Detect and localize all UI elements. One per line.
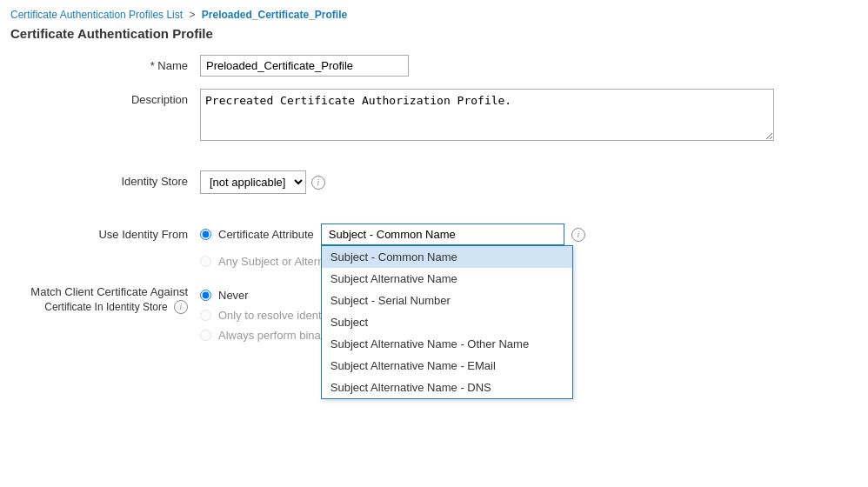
- radio-options: Certificate Attribute Subject - Common N…: [200, 223, 585, 268]
- description-row: Description Precreated Certificate Autho…: [26, 89, 842, 141]
- name-label: * Name: [26, 55, 200, 72]
- always-radio[interactable]: [200, 330, 211, 341]
- page-title: Certificate Authentication Profile: [0, 24, 868, 55]
- match-label: Match Client Certificate Against Certifi…: [26, 285, 200, 314]
- description-label: Description: [26, 89, 200, 106]
- cert-attribute-label: Certificate Attribute: [218, 228, 314, 241]
- use-identity-from-label: Use Identity From: [26, 223, 200, 241]
- description-textarea[interactable]: Precreated Certificate Authorization Pro…: [200, 89, 774, 141]
- breadcrumb-separator: >: [189, 9, 195, 21]
- match-label-line2: Certificate In Identity Store i: [26, 300, 188, 314]
- cert-attribute-row: Certificate Attribute Subject - Common N…: [200, 223, 585, 245]
- use-identity-from-section: Use Identity From Certificate Attribute …: [26, 223, 842, 268]
- identity-store-info-icon[interactable]: i: [311, 176, 325, 190]
- dropdown-item-4[interactable]: Subject Alternative Name - Other Name: [322, 333, 572, 355]
- dropdown-item-2[interactable]: Subject - Serial Number: [322, 290, 572, 311]
- identity-store-field: [not applicable] i: [200, 170, 842, 194]
- cert-attribute-radio[interactable]: [200, 229, 211, 240]
- only-radio[interactable]: [200, 310, 211, 321]
- any-subject-radio[interactable]: [200, 256, 211, 267]
- dropdown-item-6[interactable]: Subject Alternative Name - DNS: [322, 377, 572, 398]
- name-row: * Name: [26, 55, 842, 77]
- form-container: * Name Description Precreated Certificat…: [0, 55, 868, 342]
- cert-attribute-info-icon[interactable]: i: [571, 228, 585, 242]
- breadcrumb: Certificate Authentication Profiles List…: [0, 0, 868, 24]
- breadcrumb-current: Preloaded_Certificate_Profile: [202, 9, 347, 21]
- never-radio[interactable]: [200, 290, 211, 301]
- breadcrumb-list-link[interactable]: Certificate Authentication Profiles List: [10, 9, 183, 21]
- identity-store-wrapper: [not applicable] i: [200, 170, 325, 194]
- cert-attribute-select[interactable]: Subject - Common Name Subject Alternativ…: [321, 223, 564, 245]
- dropdown-item-3[interactable]: Subject: [322, 311, 572, 333]
- match-info-icon[interactable]: i: [174, 300, 188, 314]
- identity-store-row: Identity Store [not applicable] i: [26, 170, 842, 194]
- never-label: Never: [218, 289, 249, 302]
- name-input[interactable]: [200, 55, 409, 77]
- description-field: Precreated Certificate Authorization Pro…: [200, 89, 842, 141]
- dropdown-open: Subject - Common Name Subject Alternativ…: [321, 245, 573, 399]
- name-field: [200, 55, 842, 77]
- identity-store-label: Identity Store: [26, 170, 200, 188]
- match-label-line1: Match Client Certificate Against: [26, 285, 188, 300]
- identity-store-select[interactable]: [not applicable]: [200, 170, 306, 194]
- dropdown-item-5[interactable]: Subject Alternative Name - EMail: [322, 355, 572, 377]
- dropdown-item-1[interactable]: Subject Alternative Name: [322, 268, 572, 290]
- cert-attribute-dropdown-container: Subject - Common Name Subject Alternativ…: [321, 223, 564, 245]
- dropdown-item-0[interactable]: Subject - Common Name: [322, 246, 572, 268]
